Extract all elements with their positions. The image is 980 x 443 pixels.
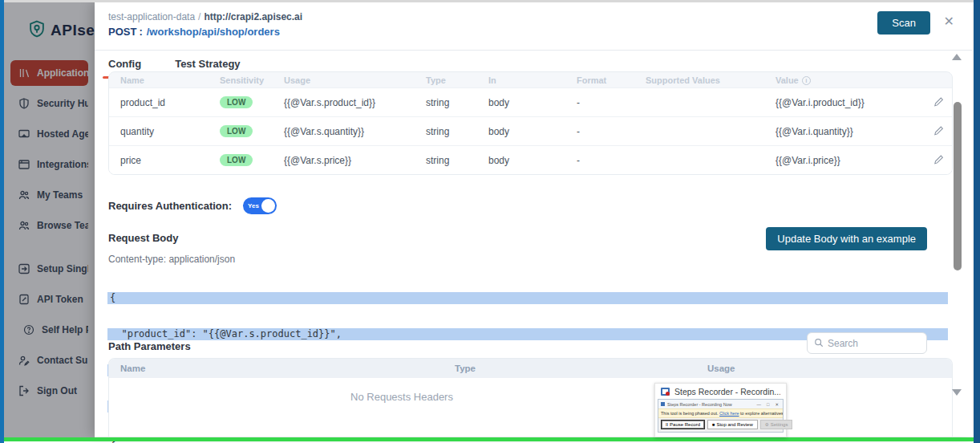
header-divider [95,50,972,51]
pause-icon: II [666,422,668,427]
capture-border-top [4,0,974,2]
screen: APIsec Applications Security Hub Hosted … [0,0,980,443]
param-usage: {{@Var.s.product_id}} [273,97,415,108]
endpoint-title: POST:/workshop/api/shop/orders [108,26,280,38]
param-value: {{@Var.i.price}} [764,155,921,166]
param-usage: {{@Var.s.price}} [273,155,415,166]
col-sensitivity: Sensitivity [209,75,273,85]
parameters-table-header: Name Sensitivity Usage Type In Format Su… [109,72,952,87]
table-row: product_id LOW {{@Var.s.product_id}} str… [109,87,952,116]
banner-text: to explore alternatives. [740,411,783,416]
param-format: - [565,126,634,137]
path-parameters-header: Name Type Usage [109,359,952,378]
toggle-on-label: Yes [248,202,259,209]
scroll-down-arrow-icon[interactable] [952,389,962,396]
endpoint-path: /workshop/api/shop/orders [147,26,280,38]
steps-recorder-window: Steps Recorder - Recording Now — □ ✕ Thi… [658,399,784,433]
edit-icon[interactable] [933,96,945,108]
click-here-link[interactable]: Click here [719,411,739,416]
settings-button[interactable]: ⚙Settings [760,420,793,429]
breadcrumb-host: http://crapi2.apisec.ai [204,11,302,22]
param-type: string [415,126,477,137]
auth-toggle[interactable]: Yes [243,197,277,214]
col-name: Name [109,364,443,373]
deprecation-banner: This tool is being phased out. Click her… [658,408,783,418]
steps-recorder-mini-icon [661,402,665,406]
sensitivity-badge: LOW [220,154,253,166]
table-row: price LOW {{@Var.s.price}} string body -… [109,145,952,174]
steps-recorder-toolbar: IIPause Record ■Stop and Review ⚙Setting… [658,418,783,432]
col-type: Type [443,364,696,373]
gear-icon: ⚙ [765,422,769,427]
pause-record-button[interactable]: IIPause Record [661,420,705,429]
col-usage: Usage [273,75,415,85]
param-in: body [477,97,565,108]
param-name: quantity [109,126,209,137]
minimize-icon[interactable]: — [755,402,763,407]
http-method: POST [108,26,136,38]
maximize-icon[interactable]: □ [765,402,771,407]
auth-label: Requires Authentication: [108,200,232,212]
scrollbar-thumb[interactable] [954,102,962,270]
toggle-knob [261,199,275,213]
path-parameters-table: Name Type Usage No Requests Headers [108,358,953,437]
param-in: body [477,155,565,166]
sensitivity-badge: LOW [220,125,253,137]
param-name: price [109,155,209,166]
auth-section: Requires Authentication: Yes [108,197,277,214]
col-format: Format [565,75,634,85]
param-value: {{@Var.i.product_id}} [764,97,921,108]
sensitivity-badge: LOW [220,96,253,108]
steps-recorder-window-title: Steps Recorder - Recording Now [667,402,753,407]
content-type-label: Content-type: application/json [108,254,235,265]
scroll-up-arrow-icon[interactable] [952,54,962,60]
steps-recorder-popup: Steps Recorder - Recordin... Steps Recor… [654,383,787,437]
scan-button[interactable]: Scan [877,11,930,35]
modal-backdrop[interactable] [4,2,95,437]
breadcrumb-application-link[interactable]: test-application-data [108,11,195,22]
col-type: Type [415,75,477,85]
table-row: quantity LOW {{@Var.s.quantity}} string … [109,116,952,145]
request-body-title: Request Body [108,232,178,244]
search-input[interactable] [828,338,920,349]
edit-icon[interactable] [933,153,945,165]
capture-border-bottom [4,437,974,441]
endpoint-config-modal: test-application-data/http://crapi2.apis… [95,2,972,437]
path-parameters-title: Path Parameters [108,340,191,352]
info-icon[interactable]: i [802,76,811,85]
param-name: product_id [109,97,209,108]
code-line: { [107,292,948,304]
steps-recorder-titlebar: Steps Recorder - Recording Now — □ ✕ [658,400,783,408]
col-in: In [477,75,565,85]
param-format: - [565,155,634,166]
col-name: Name [109,75,209,85]
banner-text: This tool is being phased out. [661,411,719,416]
edit-icon[interactable] [933,124,945,136]
update-body-button[interactable]: Update Body with an example [766,227,927,250]
param-format: - [565,97,634,108]
search-box [807,332,927,354]
empty-state-text: No Requests Headers [342,391,462,403]
col-value: Valuei [764,75,921,85]
steps-recorder-app-icon [661,388,670,396]
method-colon: : [139,26,142,38]
param-type: string [415,97,477,108]
param-type: string [415,155,477,166]
param-usage: {{@Var.s.quantity}} [273,126,415,137]
param-value: {{@Var.i.quantity}} [764,126,921,137]
col-usage: Usage [696,364,952,373]
close-icon[interactable]: ✕ [773,402,780,407]
close-icon[interactable]: ✕ [944,15,954,28]
steps-recorder-header[interactable]: Steps Recorder - Recordin... [655,384,786,399]
parameters-table: Name Sensitivity Usage Type In Format Su… [108,71,953,175]
capture-border-left [0,0,4,443]
stop-icon: ■ [712,422,715,427]
capture-border-right [974,0,980,443]
breadcrumb-separator: / [198,11,200,22]
col-supported-values: Supported Values [634,75,764,85]
stop-and-review-button[interactable]: ■Stop and Review [707,420,758,429]
param-in: body [477,126,565,137]
steps-recorder-title: Steps Recorder - Recordin... [674,387,780,396]
search-icon [814,336,824,351]
breadcrumb: test-application-data/http://crapi2.apis… [108,11,302,22]
